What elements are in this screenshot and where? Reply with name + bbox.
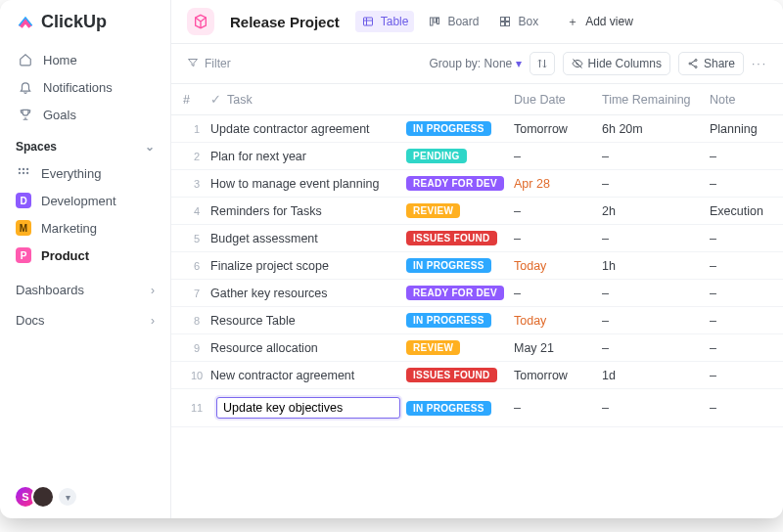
due-date[interactable]: – xyxy=(514,204,602,218)
add-view-button[interactable]: ＋ Add view xyxy=(560,11,639,32)
row-index: 4 xyxy=(183,205,210,217)
status-badge[interactable]: REVIEW xyxy=(406,340,460,355)
table-row[interactable]: 5Budget assessmentISSUES FOUND––– xyxy=(171,225,783,252)
view-tab-box[interactable]: Box xyxy=(492,11,544,32)
due-date[interactable]: Today xyxy=(514,259,602,273)
status-badge[interactable]: IN PROGRESS xyxy=(406,401,491,416)
due-date[interactable]: – xyxy=(514,401,602,415)
table-row[interactable]: 2Plan for next yearPENDING––– xyxy=(171,143,783,170)
note: – xyxy=(710,314,783,328)
project-icon xyxy=(187,8,214,35)
due-date[interactable]: Apr 28 xyxy=(514,177,602,191)
main: Release Project TableBoardBox ＋ Add view… xyxy=(171,0,783,518)
space-label: Product xyxy=(41,248,89,263)
time-remaining: – xyxy=(602,150,710,163)
app-window: ClickUp HomeNotificationsGoals Spaces ⌄ … xyxy=(0,0,783,518)
due-date[interactable]: Tomorrow xyxy=(514,122,602,136)
status-badge[interactable]: READY FOR DEV xyxy=(406,176,504,191)
space-label: Everything xyxy=(41,166,101,181)
filter-label: Filter xyxy=(205,57,231,70)
status-badge[interactable]: IN PROGRESS xyxy=(406,121,491,136)
status-badge[interactable]: ISSUES FOUND xyxy=(406,231,497,245)
view-label: Table xyxy=(381,15,409,28)
nav-notifications[interactable]: Notifications xyxy=(8,73,162,101)
status-badge[interactable]: PENDING xyxy=(406,149,467,163)
add-view-label: Add view xyxy=(585,15,633,28)
svg-point-4 xyxy=(23,172,23,173)
table-header: # ✓ Task Due Date Time Remaining Note xyxy=(171,84,783,115)
table-row[interactable]: 7Gather key resourcesREADY FOR DEV––– xyxy=(171,280,783,307)
col-time[interactable]: Time Remaining xyxy=(602,93,710,107)
task-name: Resource allocation xyxy=(210,341,406,355)
avatar[interactable] xyxy=(31,485,55,509)
table-row[interactable]: 1Update contractor agreementIN PROGRESST… xyxy=(171,115,783,143)
svg-rect-8 xyxy=(434,18,437,22)
space-everything[interactable]: Everything xyxy=(0,159,170,187)
table-row[interactable]: 10New contractor agreementISSUES FOUNDTo… xyxy=(171,362,783,389)
nav-goals[interactable]: Goals xyxy=(8,101,162,128)
filter-button[interactable]: Filter xyxy=(187,57,231,71)
sort-button[interactable] xyxy=(530,52,555,75)
table-row[interactable]: 8Resource TableIN PROGRESSToday–– xyxy=(171,307,783,334)
time-remaining: – xyxy=(602,177,710,191)
hide-columns-label: Hide Columns xyxy=(588,57,662,70)
chevron-right-icon: › xyxy=(151,314,155,328)
space-development[interactable]: DDevelopment xyxy=(0,187,170,214)
filter-icon xyxy=(187,57,199,71)
col-note[interactable]: Note xyxy=(710,93,783,107)
task-name-input[interactable] xyxy=(216,397,400,419)
due-date[interactable]: – xyxy=(514,150,602,163)
link-docs[interactable]: Docs› xyxy=(0,305,170,335)
col-due[interactable]: Due Date xyxy=(514,93,602,107)
note: Execution xyxy=(710,204,783,218)
row-index: 9 xyxy=(183,342,210,354)
spaces-header[interactable]: Spaces ⌄ xyxy=(0,130,170,159)
due-date[interactable]: – xyxy=(514,232,602,245)
hide-columns-button[interactable]: Hide Columns xyxy=(563,52,670,75)
space-label: Marketing xyxy=(41,221,97,236)
more-menu-button[interactable]: ··· xyxy=(752,57,767,70)
table-row[interactable]: 4Reminders for TasksREVIEW–2hExecution xyxy=(171,198,783,225)
status-badge[interactable]: IN PROGRESS xyxy=(406,258,491,273)
col-task[interactable]: ✓ Task xyxy=(210,92,406,107)
home-icon xyxy=(18,52,33,67)
group-by-control[interactable]: Group by: None ▾ xyxy=(430,57,522,70)
due-date[interactable]: Tomorrow xyxy=(514,369,602,382)
due-date[interactable]: May 21 xyxy=(514,341,602,355)
space-product[interactable]: PProduct xyxy=(0,242,170,269)
chevron-right-icon: › xyxy=(151,284,155,297)
task-table: # ✓ Task Due Date Time Remaining Note 1U… xyxy=(171,84,783,518)
toolbar: Filter Group by: None ▾ Hide Columns Sh xyxy=(171,44,783,84)
row-index: 3 xyxy=(183,178,210,190)
spaces-list: EverythingDDevelopmentMMarketingPProduct xyxy=(0,159,170,269)
link-dashboards[interactable]: Dashboards› xyxy=(0,275,170,305)
task-name: Plan for next year xyxy=(210,150,406,163)
chevron-down-icon[interactable]: ▾ xyxy=(59,488,76,506)
row-index: 7 xyxy=(183,288,210,299)
nav-home[interactable]: Home xyxy=(8,46,162,73)
table-row[interactable]: 3How to manage event planningREADY FOR D… xyxy=(171,170,783,198)
view-tab-table[interactable]: Table xyxy=(355,11,415,32)
space-marketing[interactable]: MMarketing xyxy=(0,214,170,242)
svg-point-5 xyxy=(27,172,28,173)
board-icon xyxy=(428,15,441,28)
svg-point-16 xyxy=(695,66,697,68)
table-row[interactable]: 9Resource allocationREVIEWMay 21–– xyxy=(171,334,783,362)
row-index: 2 xyxy=(183,151,210,162)
status-badge[interactable]: READY FOR DEV xyxy=(406,286,504,300)
status-badge[interactable]: IN PROGRESS xyxy=(406,313,491,328)
share-button[interactable]: Share xyxy=(678,52,744,75)
col-index[interactable]: # xyxy=(183,93,210,107)
box-icon xyxy=(498,15,512,28)
due-date[interactable]: Today xyxy=(514,314,602,328)
due-date[interactable]: – xyxy=(514,287,602,300)
row-index: 1 xyxy=(183,123,210,135)
time-remaining: – xyxy=(602,287,710,300)
check-icon: ✓ xyxy=(210,92,221,107)
status-badge[interactable]: ISSUES FOUND xyxy=(406,368,497,382)
view-tab-board[interactable]: Board xyxy=(422,11,484,32)
status-badge[interactable]: REVIEW xyxy=(406,203,460,218)
task-name: Finalize project scope xyxy=(210,259,406,273)
table-row[interactable]: 6Finalize project scopeIN PROGRESSToday1… xyxy=(171,252,783,280)
table-row[interactable]: 11IN PROGRESS––– xyxy=(171,389,783,427)
